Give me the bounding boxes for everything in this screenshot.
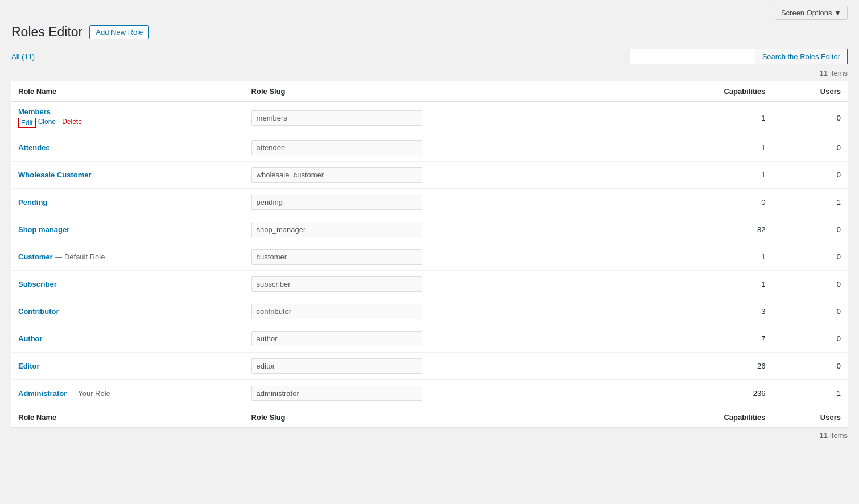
users-cell: 0 xyxy=(772,271,848,298)
role-slug-input[interactable] xyxy=(251,276,422,292)
col-header-users: Users xyxy=(772,81,848,102)
role-slug-input[interactable] xyxy=(251,140,422,155)
capabilities-cell: 1 xyxy=(651,134,773,162)
col-footer-users: Users xyxy=(772,407,848,428)
role-slug-input[interactable] xyxy=(251,358,422,374)
role-name-link[interactable]: Shop manager xyxy=(18,225,69,234)
role-slug-cell xyxy=(245,243,651,271)
role-name-cell: Attendee xyxy=(11,134,245,162)
users-cell: 1 xyxy=(772,189,848,216)
screen-options-button[interactable]: Screen Options ▼ xyxy=(775,6,848,20)
table-row: Subscriber10 xyxy=(11,271,848,298)
role-name-link[interactable]: Administrator xyxy=(18,389,67,398)
table-row: Customer — Default Role10 xyxy=(11,243,848,271)
role-slug-input[interactable] xyxy=(251,304,422,319)
table-row: Pending01 xyxy=(11,189,848,216)
role-name-cell: Contributor xyxy=(11,298,245,325)
role-slug-input[interactable] xyxy=(251,110,422,126)
role-suffix: — Your Role xyxy=(67,389,110,398)
search-roles-button[interactable]: Search the Roles Editor xyxy=(755,49,848,64)
capabilities-cell: 26 xyxy=(651,353,773,380)
clone-role-link[interactable]: Clone xyxy=(38,118,56,128)
role-name-link[interactable]: Wholesale Customer xyxy=(18,171,92,179)
role-slug-cell xyxy=(245,102,651,134)
col-footer-role-slug: Role Slug xyxy=(245,407,651,428)
action-separator: | xyxy=(58,118,60,128)
role-slug-input[interactable] xyxy=(251,167,422,183)
users-cell: 0 xyxy=(772,353,848,380)
capabilities-cell: 1 xyxy=(651,162,773,189)
role-slug-input[interactable] xyxy=(251,331,422,346)
table-row: Shop manager820 xyxy=(11,216,848,243)
top-bar: Screen Options ▼ xyxy=(11,6,848,20)
search-input[interactable] xyxy=(630,49,755,64)
role-name-cell: Subscriber xyxy=(11,271,245,298)
page-title: Roles Editor xyxy=(11,24,82,40)
col-header-capabilities: Capabilities xyxy=(651,81,773,102)
role-name-cell: Wholesale Customer xyxy=(11,162,245,189)
filter-links: All (11) xyxy=(11,52,35,61)
edit-role-link[interactable]: Edit xyxy=(18,118,36,128)
table-row: MembersEditClone | Delete10 xyxy=(11,102,848,134)
role-name-link[interactable]: Contributor xyxy=(18,307,59,316)
role-slug-cell xyxy=(245,189,651,216)
col-header-role-name: Role Name xyxy=(11,81,245,102)
role-name-link[interactable]: Customer xyxy=(18,253,53,261)
delete-role-link[interactable]: Delete xyxy=(62,118,82,128)
role-slug-input[interactable] xyxy=(251,386,422,401)
items-count-bottom: 11 items xyxy=(11,431,848,440)
capabilities-cell: 7 xyxy=(651,325,773,353)
users-cell: 0 xyxy=(772,298,848,325)
capabilities-cell: 82 xyxy=(651,216,773,243)
capabilities-cell: 1 xyxy=(651,271,773,298)
table-header: Role Name Role Slug Capabilities Users xyxy=(11,81,848,102)
col-footer-role-name: Role Name xyxy=(11,407,245,428)
header-row: Roles Editor Add New Role xyxy=(11,24,848,40)
role-name-link[interactable]: Pending xyxy=(18,198,47,206)
row-actions: EditClone | Delete xyxy=(18,118,238,128)
filter-bar: All (11) Search the Roles Editor xyxy=(11,49,848,64)
filter-all-link[interactable]: All (11) xyxy=(11,52,35,61)
role-slug-input[interactable] xyxy=(251,249,422,265)
col-header-role-slug: Role Slug xyxy=(245,81,651,102)
role-name-cell: Shop manager xyxy=(11,216,245,243)
table-body: MembersEditClone | Delete10Attendee10Who… xyxy=(11,102,848,407)
table-row: Author70 xyxy=(11,325,848,353)
role-slug-cell xyxy=(245,134,651,162)
users-cell: 0 xyxy=(772,134,848,162)
items-count-top: 11 items xyxy=(11,69,848,77)
role-slug-cell xyxy=(245,298,651,325)
role-slug-cell xyxy=(245,325,651,353)
capabilities-cell: 236 xyxy=(651,380,773,407)
role-name-link[interactable]: Attendee xyxy=(18,143,50,152)
role-slug-input[interactable] xyxy=(251,195,422,210)
role-slug-cell xyxy=(245,380,651,407)
roles-table: Role Name Role Slug Capabilities Users M… xyxy=(11,81,848,428)
role-slug-cell xyxy=(245,353,651,380)
users-cell: 0 xyxy=(772,102,848,134)
add-new-role-button[interactable]: Add New Role xyxy=(89,25,149,39)
role-name-cell: Customer — Default Role xyxy=(11,243,245,271)
col-footer-capabilities: Capabilities xyxy=(651,407,773,428)
role-name-link[interactable]: Editor xyxy=(18,362,40,370)
role-name-cell: Editor xyxy=(11,353,245,380)
table-row: Editor260 xyxy=(11,353,848,380)
role-name-cell: Author xyxy=(11,325,245,353)
table-footer: Role Name Role Slug Capabilities Users xyxy=(11,407,848,428)
role-slug-cell xyxy=(245,271,651,298)
table-row: Contributor30 xyxy=(11,298,848,325)
role-suffix: — Default Role xyxy=(53,253,105,261)
role-name-cell: MembersEditClone | Delete xyxy=(11,102,245,134)
capabilities-cell: 1 xyxy=(651,102,773,134)
capabilities-cell: 1 xyxy=(651,243,773,271)
capabilities-cell: 3 xyxy=(651,298,773,325)
role-slug-input[interactable] xyxy=(251,222,422,237)
role-name-link[interactable]: Author xyxy=(18,334,43,343)
table-row: Attendee10 xyxy=(11,134,848,162)
table-row: Wholesale Customer10 xyxy=(11,162,848,189)
users-cell: 0 xyxy=(772,216,848,243)
role-slug-cell xyxy=(245,162,651,189)
role-name-link[interactable]: Members xyxy=(18,108,51,116)
page-wrapper: Screen Options ▼ Roles Editor Add New Ro… xyxy=(0,0,859,504)
role-name-link[interactable]: Subscriber xyxy=(18,280,57,288)
